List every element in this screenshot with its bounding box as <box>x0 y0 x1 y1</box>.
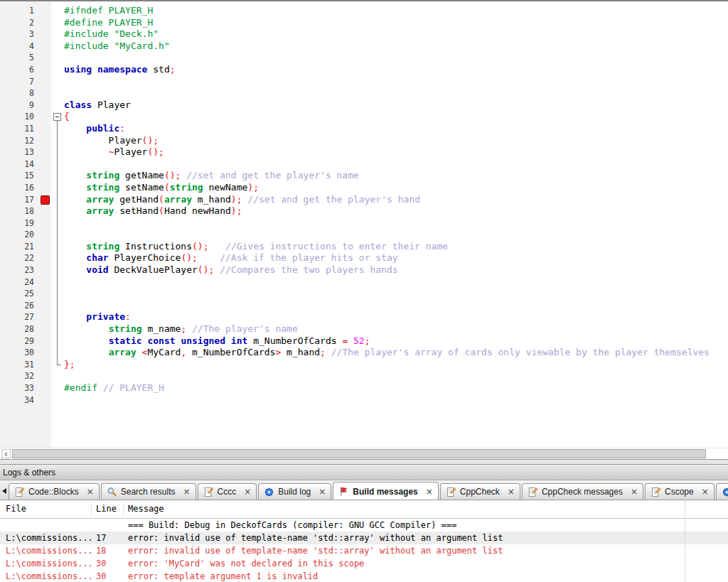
breakpoint-margin[interactable] <box>40 170 51 182</box>
code-line-text[interactable]: array getHand(array m_hand); //set and g… <box>63 194 728 206</box>
breakpoint-margin[interactable] <box>40 205 51 217</box>
breakpoint-margin[interactable] <box>40 111 51 123</box>
build-message-row[interactable]: L:\commissions...17error: invalid use of… <box>0 532 728 544</box>
breakpoint-margin[interactable] <box>40 241 51 253</box>
build-message-row[interactable]: L:\commissions...30error: 'MyCard' was n… <box>0 557 728 570</box>
tab-code-blocks[interactable]: Code::Blocks× <box>9 483 100 500</box>
code-line-text[interactable] <box>63 370 728 382</box>
breakpoint-margin[interactable] <box>40 64 51 76</box>
code-line-text[interactable]: string Instructions(); //Gives instructi… <box>63 241 728 253</box>
fold-margin <box>51 323 63 335</box>
tab-close-icon[interactable]: × <box>183 487 190 496</box>
breakpoint-margin[interactable] <box>40 5 51 17</box>
code-line-text[interactable]: private: <box>63 311 728 323</box>
breakpoint-margin[interactable] <box>40 276 51 289</box>
scrollbar-thumb[interactable] <box>12 449 706 458</box>
breakpoint-margin[interactable] <box>40 252 51 264</box>
breakpoint-margin[interactable] <box>40 41 51 53</box>
code-line-text[interactable] <box>63 158 728 171</box>
line-number: 7 <box>0 76 40 88</box>
breakpoint-margin[interactable] <box>40 194 51 206</box>
code-line-text[interactable]: string m_name; //The player's name <box>63 323 728 335</box>
code-line-text[interactable]: #include "MyCard.h" <box>63 41 728 53</box>
breakpoint-margin[interactable] <box>40 146 51 158</box>
editor-horizontal-scrollbar[interactable]: ‹ <box>0 448 728 460</box>
code-line-text[interactable]: #define PLAYER_H <box>63 17 728 29</box>
tab-cccc[interactable]: Cccc× <box>198 483 257 500</box>
tab-scroll-left-icon[interactable] <box>2 488 6 494</box>
fold-collapse-icon[interactable] <box>53 113 61 121</box>
tab-cppcheck[interactable]: CppCheck× <box>440 483 520 500</box>
code-line-text[interactable] <box>63 52 728 64</box>
breakpoint-margin[interactable] <box>40 135 51 147</box>
code-line-text[interactable]: static const unsigned int m_NumberOfCard… <box>63 335 728 347</box>
code-line-text[interactable]: string getName(); //set and get the play… <box>63 170 728 182</box>
tab-close-icon[interactable]: × <box>508 487 515 496</box>
code-line-text[interactable]: Player(); <box>63 135 728 147</box>
breakpoint-margin[interactable] <box>40 288 51 300</box>
tab-close-icon[interactable]: × <box>87 487 94 496</box>
code-line-text[interactable] <box>63 300 728 312</box>
code-line-text[interactable]: public: <box>63 123 728 135</box>
breakpoint-margin[interactable] <box>40 347 51 359</box>
code-line-text[interactable]: ~Player(); <box>63 146 728 158</box>
code-line-text[interactable] <box>63 217 728 230</box>
tab-close-icon[interactable]: × <box>318 487 326 496</box>
tab-close-icon[interactable]: × <box>631 487 638 496</box>
breakpoint-margin[interactable] <box>40 335 51 347</box>
code-line-text[interactable] <box>63 394 728 406</box>
code-line-text[interactable] <box>63 229 728 241</box>
code-line-text[interactable]: char PlayerChoice(); //Ask if the player… <box>63 252 728 264</box>
breakpoint-margin[interactable] <box>40 52 51 64</box>
breakpoint-margin[interactable] <box>40 311 51 323</box>
code-line-text[interactable]: #ifndef PLAYER_H <box>63 5 728 17</box>
breakpoint-margin[interactable] <box>40 370 51 382</box>
code-line-text[interactable]: }; <box>63 359 728 371</box>
breakpoint-margin[interactable] <box>40 264 51 276</box>
code-line-text[interactable]: { <box>63 111 728 123</box>
build-message-row[interactable]: === Build: Debug in DeckofCards (compile… <box>0 519 728 532</box>
breakpoint-margin[interactable] <box>40 158 51 171</box>
tab-cppcheck-messages[interactable]: CppCheck messages× <box>522 483 643 500</box>
code-line-text[interactable]: void DeckValuePlayer(); //Compares the t… <box>63 264 728 276</box>
tab-debugger[interactable]: Debugger <box>716 483 728 500</box>
tab-close-icon[interactable]: × <box>244 487 251 496</box>
code-line-text[interactable] <box>63 276 728 289</box>
breakpoint-margin[interactable] <box>40 359 51 371</box>
breakpoint-margin[interactable] <box>40 99 51 112</box>
tab-build-log[interactable]: Build log× <box>258 483 331 500</box>
panel-splitter[interactable] <box>0 459 728 465</box>
breakpoint-margin[interactable] <box>40 229 51 241</box>
code-line-text[interactable]: class Player <box>63 99 728 112</box>
tab-close-icon[interactable]: × <box>702 487 709 496</box>
code-line-text[interactable]: #endif // PLAYER_H <box>63 382 728 394</box>
breakpoint-margin[interactable] <box>40 87 51 99</box>
breakpoint-margin[interactable] <box>40 382 51 394</box>
code-line-text[interactable]: string setName(string newName); <box>63 182 728 194</box>
breakpoint-margin[interactable] <box>40 182 51 194</box>
scroll-left-button[interactable]: ‹ <box>1 449 11 458</box>
code-line-text[interactable]: #include "Deck.h" <box>63 28 728 41</box>
tab-build-messages[interactable]: Build messages× <box>333 482 438 500</box>
tab-cscope[interactable]: Cscope× <box>645 483 714 500</box>
tab-close-icon[interactable]: × <box>426 487 433 496</box>
code-line-text[interactable]: array setHand(Hand newHand); <box>63 205 728 217</box>
breakpoint-margin[interactable] <box>40 300 51 312</box>
code-line-text[interactable] <box>63 288 728 300</box>
breakpoint-margin[interactable] <box>40 28 51 41</box>
breakpoint-margin[interactable] <box>40 17 51 29</box>
breakpoint-margin[interactable] <box>40 323 51 335</box>
build-message-row[interactable]: L:\commissions...18error: invalid use of… <box>0 544 728 557</box>
build-message-row[interactable]: L:\commissions...30error: template argum… <box>0 570 728 582</box>
code-line-text[interactable]: array <MyCard, m_NumberOfCards> m_hand; … <box>63 347 728 359</box>
breakpoint-margin[interactable] <box>40 394 51 406</box>
code-editor[interactable]: 1#ifndef PLAYER_H2#define PLAYER_H3#incl… <box>0 0 728 448</box>
code-line-text[interactable] <box>63 76 728 88</box>
breakpoint-marker[interactable] <box>41 195 50 205</box>
code-line-text[interactable] <box>63 87 728 99</box>
tab-search-results[interactable]: Search results× <box>101 483 196 500</box>
breakpoint-margin[interactable] <box>40 123 51 135</box>
breakpoint-margin[interactable] <box>40 76 51 88</box>
breakpoint-margin[interactable] <box>40 217 51 230</box>
code-line-text[interactable]: using namespace std; <box>63 64 728 76</box>
